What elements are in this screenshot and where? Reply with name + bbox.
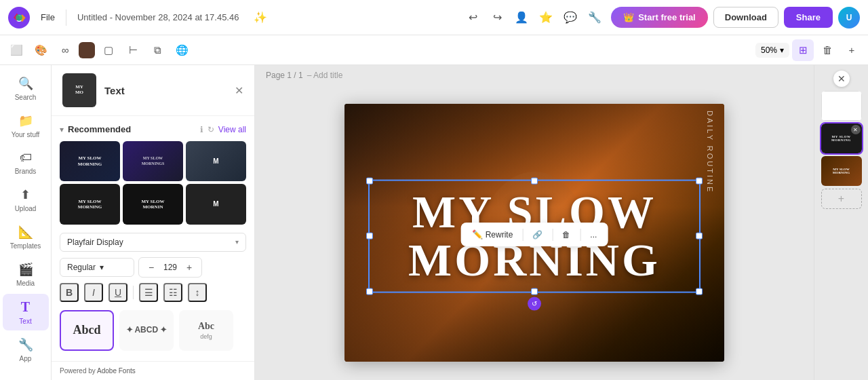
font-select-arrow: ▾ [235, 238, 239, 246]
undo-button[interactable]: ↩ [462, 7, 484, 28]
template-item-4[interactable]: MY SLOWMORNING [60, 184, 120, 224]
handle-bottom-right[interactable] [696, 288, 703, 294]
align-list-button[interactable]: ☷ [163, 283, 182, 302]
svg-point-2 [16, 14, 22, 21]
handle-top-middle[interactable] [531, 178, 538, 185]
increase-size-button[interactable]: + [182, 261, 196, 274]
font-style-card-serif[interactable]: Abcd [60, 310, 114, 351]
close-right-panel-button[interactable]: ✕ [833, 71, 850, 87]
rotate-icon: ↺ [532, 300, 537, 307]
color-tool[interactable]: 🎨 [30, 39, 52, 61]
panel-close-button[interactable]: ✕ [235, 84, 243, 97]
canvas-frame[interactable]: DAILY ROUTINE ✏️ Rewrite 🔗 🗑 [344, 104, 724, 362]
sidebar-item-your-stuff[interactable]: 📁 Your stuff [3, 108, 49, 144]
font-styles-row: Abcd ✦ ABCD ✦ Abc defg [60, 310, 246, 351]
context-divider-1 [522, 229, 523, 241]
sidebar-item-text[interactable]: T Text [3, 294, 49, 330]
canva-logo: C [8, 7, 30, 28]
view-all-link[interactable]: View all [218, 125, 246, 134]
media-icon: 🎬 [18, 262, 33, 277]
share-button[interactable]: Share [784, 7, 833, 28]
format-row: B I U ☰ ☷ ↕ [60, 283, 246, 302]
sidebar-item-upload[interactable]: ⬆ Upload [3, 182, 49, 218]
align-left-button[interactable]: ☰ [139, 283, 158, 302]
zoom-value: 50% [761, 45, 777, 55]
delete-text-button[interactable]: 🗑 [558, 227, 574, 242]
thumbnail-delete-button[interactable]: ✕ [851, 125, 861, 134]
powered-by: Powered by Adobe Fonts [52, 361, 254, 380]
rewrite-button[interactable]: ✏️ Rewrite [468, 227, 517, 242]
redo-button[interactable]: ↪ [486, 7, 508, 28]
sidebar-item-search[interactable]: 🔍 Search [3, 71, 49, 107]
context-divider-3 [580, 229, 580, 241]
zoom-control[interactable]: 50% ▾ [755, 43, 789, 58]
handle-middle-right[interactable] [696, 233, 703, 240]
shape-tool[interactable]: ∞ [54, 39, 76, 61]
user-share-icon[interactable]: 👤 [511, 7, 532, 28]
magic-icon[interactable]: ✨ [250, 7, 271, 28]
color-swatch[interactable] [79, 42, 95, 58]
layers-tool[interactable]: ⊞ [792, 39, 814, 61]
frame-tool[interactable]: ▢ [98, 39, 119, 61]
search-icon: 🔍 [18, 76, 33, 91]
info-icon[interactable]: ℹ [200, 125, 203, 134]
add-title-link[interactable]: – Add title [307, 71, 343, 80]
decrease-size-button[interactable]: − [144, 261, 158, 274]
font-family-select[interactable]: Playfair Display ▾ [60, 233, 246, 252]
crown-icon: 👑 [623, 12, 634, 22]
rotate-handle[interactable]: ↺ [528, 297, 541, 310]
context-toolbar: ✏️ Rewrite 🔗 🗑 ... [461, 223, 608, 246]
thumbnail-page-blank[interactable] [821, 91, 862, 121]
delete-tool[interactable]: 🗑 [816, 39, 838, 61]
translate-tool[interactable]: 🌐 [171, 39, 193, 61]
text-icon: T [21, 299, 30, 315]
add-page-button[interactable]: + [821, 189, 862, 209]
handle-bottom-left[interactable] [366, 288, 373, 294]
collapse-icon[interactable]: ▾ [60, 125, 64, 134]
underline-button[interactable]: U [108, 283, 127, 302]
templates-icon: 📐 [18, 225, 33, 240]
font-style-select[interactable]: Regular ▾ [60, 258, 134, 277]
rewrite-icon: ✏️ [472, 229, 483, 240]
copy-tool[interactable]: ⧉ [146, 39, 168, 61]
handle-bottom-middle[interactable] [531, 288, 538, 294]
trial-button[interactable]: 👑 Start free trial [611, 7, 708, 28]
template-item-2[interactable]: MY SLOWMORNINGS [123, 141, 183, 181]
tools-icon[interactable]: 🔧 [584, 7, 606, 28]
thumbnail-page-2[interactable]: MY SLOWMORNING [821, 156, 862, 186]
thumbnail-page-1[interactable]: MY SLOWMORNING ✕ [821, 124, 862, 153]
template-item-1[interactable]: MY SLOWMORNING [60, 141, 120, 181]
font-style-card-script[interactable]: Abc defg [179, 310, 233, 351]
thumb-blank [821, 91, 862, 121]
sidebar-item-brands[interactable]: 🏷 Brands [3, 145, 49, 180]
avatar[interactable]: U [838, 7, 860, 28]
italic-button[interactable]: I [84, 283, 103, 302]
sidebar-item-templates[interactable]: 📐 Templates [3, 219, 49, 255]
refresh-icon[interactable]: ↻ [208, 125, 214, 134]
align-tool[interactable]: ⊢ [122, 39, 144, 61]
spacing-button[interactable]: ↕ [188, 283, 207, 302]
sidebar-item-media[interactable]: 🎬 Media [3, 256, 49, 292]
download-button[interactable]: Download [713, 7, 778, 28]
font-style-card-decorative[interactable]: ✦ ABCD ✦ [119, 310, 174, 351]
thumb-text: MY MO [75, 85, 83, 95]
thumb-canvas-2: MY SLOWMORNING [821, 156, 862, 186]
template-item-6[interactable]: M [186, 184, 246, 224]
template-item-5[interactable]: MY SLOWMORNIN [123, 184, 183, 224]
font-style-script-label: defg [200, 333, 212, 340]
file-menu[interactable]: File [35, 10, 60, 25]
handle-top-left[interactable] [366, 178, 373, 185]
template-item-3[interactable]: M [186, 141, 246, 181]
sidebar-item-app[interactable]: 🔧 App [3, 332, 49, 368]
handle-top-right[interactable] [696, 178, 703, 185]
chat-icon[interactable]: 💬 [559, 7, 581, 28]
star-icon[interactable]: ⭐ [535, 7, 557, 28]
handle-middle-left[interactable] [366, 233, 373, 240]
bold-button[interactable]: B [60, 283, 79, 302]
link-button[interactable]: 🔗 [528, 227, 547, 242]
more-options-button[interactable]: ... [586, 227, 601, 242]
format-separator [133, 286, 134, 299]
crop-tool[interactable]: ⬜ [5, 39, 27, 61]
canvas-diagonal-text: DAILY ROUTINE [706, 111, 714, 193]
add-tool[interactable]: + [841, 39, 863, 61]
